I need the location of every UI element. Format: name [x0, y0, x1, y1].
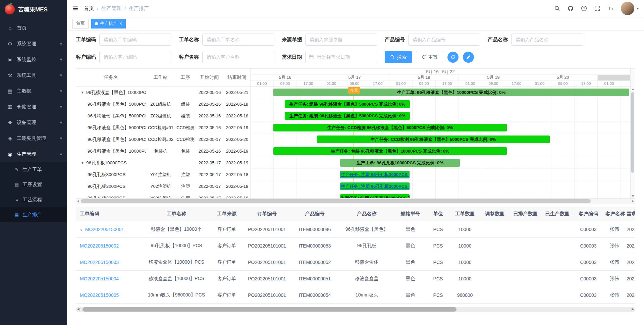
search-button[interactable]: 搜索: [385, 51, 412, 63]
filter-input-1[interactable]: [202, 34, 274, 46]
row-expand-icon[interactable]: ∨: [80, 227, 83, 232]
gantt-task-bar[interactable]: 生产任务: CCD检测 96孔移液盒【黑色】5000PCS 完成比例: 0%: [317, 136, 550, 143]
sidebar-item-5[interactable]: ▦仓储管理∨: [0, 99, 67, 115]
sidebar-item-6[interactable]: ❖设备管理∨: [0, 115, 67, 130]
scroll-down-icon[interactable]: [632, 195, 634, 197]
cell-source: 客户订单: [210, 287, 244, 303]
edit-button[interactable]: [463, 52, 474, 63]
fullscreen-button[interactable]: [591, 0, 604, 17]
gantt-task-bar[interactable]: 生产任务: 注塑 96孔孔板3000PCS 完成比例: 0%: [340, 171, 410, 178]
sidebar-item-4[interactable]: ▤主数据∨: [0, 83, 67, 99]
gantt-task-row[interactable]: 96孔移液盒【黑色】10000PCS包装机包装2022-05-162022-05…: [76, 145, 250, 157]
timeline-range-label: 5月 16 - 5月 22: [251, 69, 630, 75]
gantt-task-row[interactable]: 96孔孔板3000PCSY01注塑机注塑2022-05-172022-05-18: [76, 169, 250, 180]
filter-input-5[interactable]: [99, 51, 171, 63]
sidebar-subitem-0[interactable]: ✎生产工单: [0, 162, 67, 177]
scrollbar-thumb[interactable]: [83, 307, 457, 312]
sidebar-subitem-2[interactable]: ≡工艺流程: [0, 192, 67, 207]
gantt-task-bar[interactable]: 生产任务: 包装 96孔移液盒【黑色】10000PCS 完成比例: 0%: [273, 147, 507, 155]
scroll-left-icon[interactable]: [77, 200, 79, 203]
cell-qty: 960000: [450, 287, 480, 303]
gantt-task-row[interactable]: 96孔移液盒【黑色】5000PCSZ02组装机组装2022-05-162022-…: [76, 110, 250, 122]
question-icon: ?: [581, 5, 587, 11]
github-button[interactable]: [564, 0, 577, 17]
sidebar-item-1[interactable]: ⚙系统管理∨: [0, 36, 67, 52]
close-icon[interactable]: ×: [119, 21, 122, 26]
gantt-task-bar[interactable]: 生产任务: CCD检测 96孔移液盒【黑色】5000PCS 完成比例: 0%: [273, 124, 507, 131]
gantt-task-row[interactable]: ▼96孔孔板10000PCS2022-05-172022-05-19: [76, 157, 250, 169]
gantt-vertical-scrollbar[interactable]: [630, 69, 635, 198]
work-order-link[interactable]: MO202205150002: [80, 243, 119, 249]
gantt-task-row[interactable]: 96孔移液盒【黑色】5000PCSZ01组装机组装2022-05-162022-…: [76, 98, 250, 110]
gantt-task-row[interactable]: 96孔移液盒【黑色】5000PCSCCD检测#01CCD检测2022-05-16…: [76, 122, 250, 133]
sidebar-subitem-1[interactable]: ▤工序设置: [0, 177, 67, 192]
order-table-row[interactable]: MO202205150003移液盒盒体【10000】PCS客户订单PO20220…: [76, 254, 635, 270]
order-table-row[interactable]: MO20220515000510mm吸头【960000】PCS客户订单PO202…: [76, 287, 635, 303]
timeline-day: 5月 18: [389, 75, 459, 80]
app-logo[interactable]: 苦糖果MES: [0, 0, 67, 19]
sidebar-toggle-button[interactable]: [67, 0, 84, 17]
orders-column-header: 单位: [426, 207, 450, 221]
filter-label: 工单编码: [76, 37, 96, 43]
reset-button[interactable]: 重置: [416, 51, 443, 63]
order-table-row[interactable]: ∨MO202205150001移液盒【黑色】10000个客户订单PO202205…: [76, 221, 635, 237]
gantt-task-row[interactable]: 96孔孔板3000PCSY02注塑机注塑2022-05-172022-05-18: [76, 180, 250, 192]
sidebar-subitem-3[interactable]: ▦生产排产: [0, 207, 67, 222]
expand-triangle-icon[interactable]: ▼: [81, 91, 84, 94]
filter-input-7[interactable]: [305, 51, 377, 63]
gantt-task-bar[interactable]: 生产任务: 注塑 96孔孔板3000PCS 完成比例: 0%: [340, 182, 410, 190]
tab-0[interactable]: 首页: [72, 19, 89, 29]
sidebar-item-3[interactable]: ⚒系统工具∨: [0, 67, 67, 83]
sidebar-item-2[interactable]: ▣系统监控∨: [0, 52, 67, 67]
filter-input-3[interactable]: [408, 34, 480, 46]
gantt-order-bar[interactable]: 生产工单: 96孔移液盒【黑色】10000PCS 完成比例: 0%: [273, 89, 629, 96]
table-horizontal-scrollbar[interactable]: [76, 307, 635, 312]
user-menu[interactable]: ▾: [618, 2, 641, 15]
sidebar-item-7[interactable]: ◈工装夹具管理∨: [0, 130, 67, 146]
task-name-cell: 96孔移液盒【黑色】5000PCS: [76, 125, 146, 131]
gantt-task-row[interactable]: ▼96孔移液盒【黑色】10000PCS2022-05-162022-05-21: [76, 87, 250, 98]
scrollbar-thumb[interactable]: [81, 199, 591, 203]
scrollbar-thumb[interactable]: [631, 92, 634, 173]
filter-input-0[interactable]: [99, 34, 171, 46]
refresh-gantt-button[interactable]: [447, 52, 459, 63]
timeline-day: 5月 20: [528, 75, 598, 80]
filter-input-6[interactable]: [202, 51, 274, 63]
breadcrumb-item[interactable]: 首页: [84, 5, 94, 12]
gantt-task-row[interactable]: 96孔移液盒【黑色】5000PCSCCD检测#02CCD检测2022-05-17…: [76, 133, 250, 145]
breadcrumb-item[interactable]: 生产管理: [101, 5, 121, 12]
scroll-left-icon[interactable]: [77, 308, 79, 311]
gantt-horizontal-scrollbar[interactable]: [76, 199, 635, 204]
timeline-hour-filler: [621, 81, 630, 86]
search-button[interactable]: [550, 0, 564, 17]
font-size-button[interactable]: TT: [604, 0, 618, 17]
scroll-right-icon[interactable]: [632, 200, 634, 203]
work-order-link[interactable]: MO202205150004: [80, 276, 119, 281]
scroll-right-icon[interactable]: [632, 308, 634, 311]
workstation-cell: CCD检测#02: [146, 137, 175, 143]
svg-text:T: T: [608, 6, 611, 11]
filter-input-4[interactable]: [511, 34, 583, 46]
work-order-link[interactable]: MO202205150005: [80, 292, 119, 298]
gantt-order-bar[interactable]: 生产工单: 96孔孔板10000PCS 完成比例: 0%: [340, 159, 460, 167]
work-order-link[interactable]: MO202205150003: [80, 260, 119, 265]
sidebar-item-8[interactable]: ◉生产管理∧: [0, 146, 67, 162]
orders-column-header: 需求日期: [625, 207, 635, 221]
gear-icon: ⚙: [7, 41, 13, 47]
tab-active[interactable]: 生产排产×: [91, 19, 126, 29]
breadcrumb-item[interactable]: 生产排产: [129, 5, 149, 12]
order-table-row[interactable]: MO202205150004移液盒盒盖【10000】PCS客户订单PO20220…: [76, 270, 635, 287]
sidebar-item-0[interactable]: ⌂首页: [0, 20, 67, 36]
input-wrap: [408, 34, 480, 46]
gantt-task-bar[interactable]: 生产任务: 注塑 96孔孔板3000PCS 完成比例: 0%: [340, 194, 410, 198]
question-button[interactable]: ?: [577, 0, 591, 17]
scroll-up-icon[interactable]: [632, 88, 634, 90]
input-wrap: [202, 51, 274, 63]
gantt-task-bar[interactable]: 生产任务: 组装 96孔移液盒【黑色】5000PCS 完成比例: 0%: [285, 112, 410, 120]
order-table-row[interactable]: MO20220515000296孔孔板【10000】PCS客户订单PO20220…: [76, 237, 635, 254]
work-order-link[interactable]: MO202205150001: [85, 227, 124, 232]
expand-triangle-icon[interactable]: ▼: [81, 161, 84, 165]
gantt-task-row[interactable]: 96孔孔板3000PCSY03注塑机注塑2022-05-172022-05-18: [76, 192, 250, 198]
gantt-task-bar[interactable]: 生产任务: 组装 96孔移液盒【黑色】5000PCS 完成比例: 0%: [285, 100, 410, 108]
filter-input-2[interactable]: [305, 34, 377, 46]
